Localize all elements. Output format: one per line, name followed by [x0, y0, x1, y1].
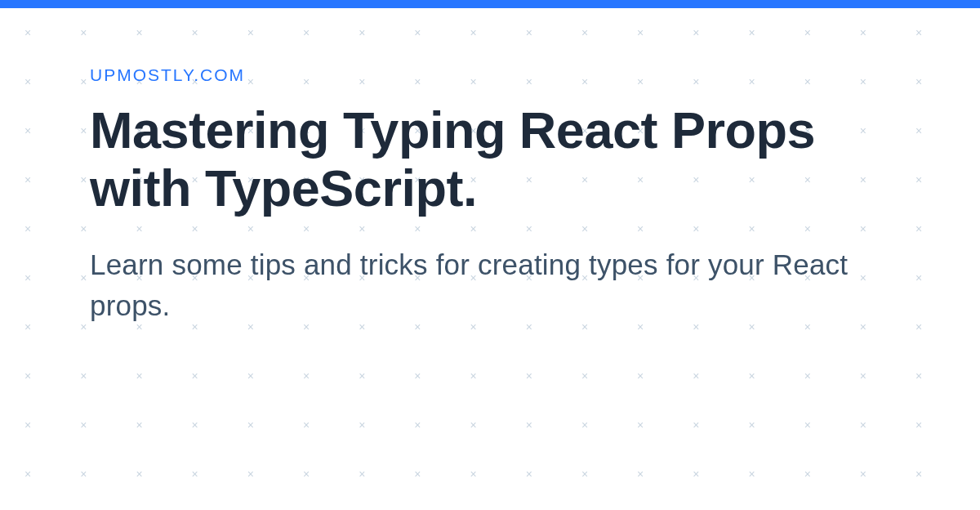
article-description: Learn some tips and tricks for creating …: [90, 244, 890, 325]
content-area: UPMOSTLY.COM Mastering Typing React Prop…: [0, 8, 980, 325]
site-url: UPMOSTLY.COM: [90, 65, 890, 85]
article-heading: Mastering Typing React Props with TypeSc…: [90, 101, 890, 217]
top-accent-bar: [0, 0, 980, 8]
